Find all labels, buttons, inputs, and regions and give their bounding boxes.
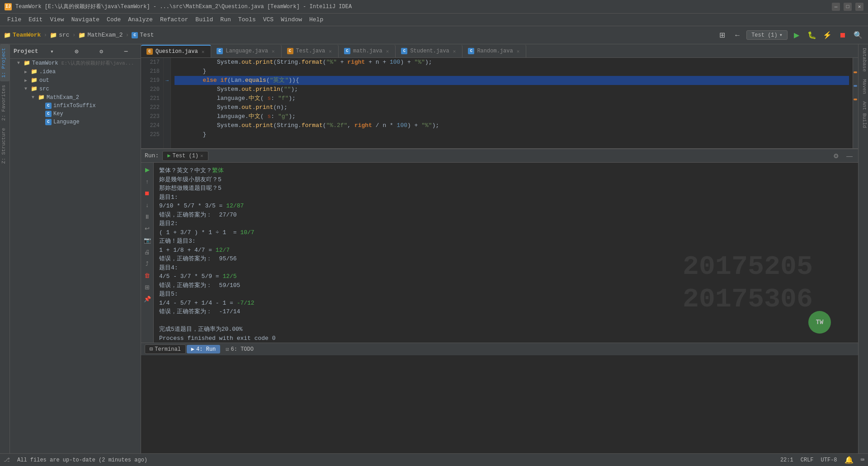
tab-student-java[interactable]: C Student.java ✕ (396, 45, 462, 57)
menu-edit[interactable]: Edit (25, 15, 46, 24)
maven-panel-tab[interactable]: Maven (859, 75, 868, 98)
status-keyboard-icon: ⌨ (861, 456, 864, 464)
run-icon: ▶ (191, 346, 194, 353)
run-grid-button[interactable]: ⊞ (142, 282, 152, 292)
search-button[interactable]: 🔍 (852, 29, 864, 42)
code-line-217: System.out.print(String.format("%" + rig… (175, 58, 849, 67)
menu-window[interactable]: Window (277, 15, 306, 24)
run-camera-button[interactable]: 📷 (142, 235, 152, 245)
run-config-label: Test (1) (751, 32, 778, 38)
expand-arrow-icon: ▼ (17, 61, 22, 66)
maximize-button[interactable]: □ (844, 3, 852, 11)
menu-vcs[interactable]: VCS (259, 15, 277, 24)
tab-language-java[interactable]: C Language.java ✕ (211, 45, 281, 57)
back-button[interactable]: ← (731, 29, 744, 42)
run-panel-minimize-button[interactable]: — (844, 151, 854, 161)
layout-button[interactable]: ⊞ (716, 29, 728, 42)
class-icon: C (45, 111, 52, 117)
run-up-button[interactable]: ↑ (142, 176, 152, 186)
ant-build-panel-tab[interactable]: Ant Build (859, 98, 868, 132)
run-down-button[interactable]: ↓ (142, 200, 152, 210)
coverage-button[interactable]: ⚡ (821, 29, 834, 42)
menu-build[interactable]: Build (192, 15, 217, 24)
tab-close-icon[interactable]: ✕ (452, 48, 457, 54)
tab-todo[interactable]: ☑ 6: TODO (221, 345, 258, 353)
tab-test-java[interactable]: C Test.java ✕ (282, 45, 339, 57)
run-tab-test[interactable]: ▶ Test (1) ✕ (162, 151, 208, 161)
menu-analyze[interactable]: Analyze (124, 15, 156, 24)
tab-math-java[interactable]: C math.java ✕ (339, 45, 396, 57)
breadcrumb-src[interactable]: src (59, 32, 69, 38)
menu-help[interactable]: Help (306, 15, 327, 24)
favorites-panel-tab[interactable]: 2: Favorites (0, 81, 9, 124)
tab-class-icon: C (468, 48, 474, 54)
tree-item-idea[interactable]: ▶ 📁 .idea (10, 67, 141, 76)
menu-refactor[interactable]: Refactor (156, 15, 192, 24)
tree-item-mathexam2[interactable]: ▼ 📁 MathExam_2 (10, 93, 141, 102)
code-editor[interactable]: 217 218 219 220 221 222 223 224 225 → (141, 58, 858, 148)
left-outer-tabs: 1: Project 2: Favorites Z: Structure (0, 44, 10, 453)
run-output[interactable]: 繁体？英文？中文？繁体 妳是幾年级小朋友吖？5 那妳想做幾道题目呢？5 题目1:… (154, 163, 858, 343)
tree-collapse-icon[interactable]: — (115, 47, 137, 56)
tab-terminal[interactable]: ⊡ Terminal (145, 344, 186, 354)
tree-dropdown-icon[interactable]: ▾ (41, 47, 63, 56)
run-config-dropdown[interactable]: Test (1) ▾ (746, 30, 788, 40)
tab-run-active[interactable]: ▶ 4: Run (187, 345, 220, 353)
project-panel-tab[interactable]: 1: Project (0, 44, 9, 81)
tree-item-src[interactable]: ▼ 📁 src (10, 85, 141, 93)
run-stop-button[interactable]: ⏹ (142, 188, 152, 198)
tab-close-icon[interactable]: ✕ (201, 49, 206, 55)
run-import-button[interactable]: ⤴ (142, 259, 152, 268)
menu-file[interactable]: File (4, 15, 25, 24)
tree-item-out[interactable]: ▶ 📁 out (10, 76, 141, 85)
menu-view[interactable]: View (46, 15, 67, 24)
tab-close-icon[interactable]: ✕ (271, 48, 276, 54)
database-panel-tab[interactable]: Database (859, 44, 868, 75)
class-icon: C (132, 32, 138, 38)
stop-button[interactable]: ⏹ (836, 29, 849, 42)
window-title: TeamWork [E:\认真的侯颖好好看\java\TeamWork] - .… (15, 3, 832, 10)
title-bar: IJ TeamWork [E:\认真的侯颖好好看\java\TeamWork] … (0, 0, 868, 14)
window-controls[interactable]: — □ ✕ (832, 3, 863, 11)
menu-bar: File Edit View Navigate Code Analyze Ref… (0, 14, 868, 26)
debug-button[interactable]: 🐛 (806, 29, 818, 42)
run-button[interactable]: ▶ (790, 29, 803, 42)
tab-close-icon[interactable]: ✕ (516, 48, 521, 54)
run-play-button[interactable]: ▶ (142, 165, 152, 174)
run-wrap-button[interactable]: ↩ (142, 223, 152, 233)
tab-random-java[interactable]: C Random.java ✕ (462, 45, 526, 57)
tree-item-infixToSuffix[interactable]: ▶ C infixToSuffix (10, 102, 141, 110)
menu-tools[interactable]: Tools (235, 15, 259, 24)
todo-label: 6: TODO (231, 346, 254, 353)
tree-item-key[interactable]: ▶ C Key (10, 110, 141, 118)
run-pin-button[interactable]: 📌 (142, 294, 152, 304)
menu-navigate[interactable]: Navigate (68, 15, 103, 24)
tab-close-icon[interactable]: ✕ (328, 48, 333, 54)
breadcrumb-project[interactable]: TeamWork (13, 32, 41, 38)
code-content-area[interactable]: System.out.print(String.format("%" + rig… (171, 58, 853, 148)
run-pause-button[interactable]: ⏸ (142, 212, 152, 221)
tree-item-label: Key (53, 111, 63, 117)
tab-question-java[interactable]: C Question.java ✕ (141, 45, 211, 57)
menu-run[interactable]: Run (217, 15, 234, 24)
breadcrumb-class[interactable]: Test (140, 32, 154, 38)
terminal-icon: ⊡ (150, 346, 153, 353)
breadcrumb-package[interactable]: MathExam_2 (87, 32, 123, 38)
minimize-button[interactable]: — (832, 3, 840, 11)
minimap-scrollbar[interactable] (853, 58, 858, 148)
tree-settings-icon[interactable]: ⚙ (90, 47, 113, 56)
output-line-7: 题目2: (159, 219, 853, 228)
tree-item-language[interactable]: ▶ C Language (10, 118, 141, 126)
tab-close-icon[interactable]: ✕ (385, 48, 390, 54)
scroll-marker-2 (854, 85, 857, 87)
run-panel-settings-button[interactable]: ⚙ (831, 151, 841, 161)
structure-panel-tab[interactable]: Z: Structure (0, 124, 9, 167)
menu-code[interactable]: Code (103, 15, 124, 24)
code-line-225: } (175, 130, 849, 139)
tree-locate-icon[interactable]: ⊙ (66, 47, 88, 56)
run-print-button[interactable]: 🖨 (142, 247, 152, 257)
close-button[interactable]: ✕ (855, 3, 863, 11)
run-tab-close-icon[interactable]: ✕ (200, 153, 203, 159)
run-trash-button[interactable]: 🗑 (142, 270, 152, 280)
tree-item-teamwork[interactable]: ▼ 📁 TeamWork E:\认真的侯颖好好看\java... (10, 59, 141, 67)
